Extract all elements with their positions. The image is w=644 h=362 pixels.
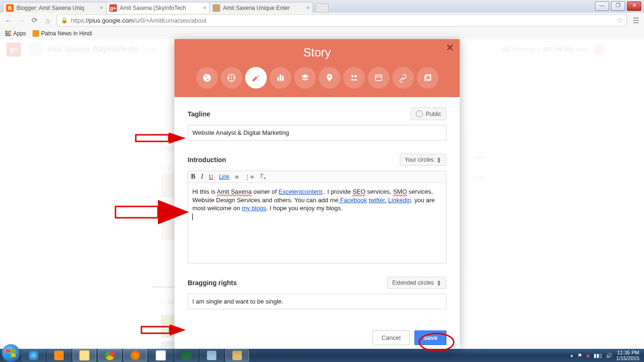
tab-close-icon[interactable]: × — [203, 4, 206, 11]
window-titlebar: B Blogger: Amit Saxena Uniq × g+ Amit Sa… — [0, 0, 644, 13]
category-people-icon[interactable] — [221, 67, 242, 89]
category-relationship-icon[interactable] — [343, 67, 365, 89]
bookmark-star-icon[interactable]: ☆ — [617, 16, 623, 25]
taskbar-firefox[interactable] — [124, 349, 147, 362]
introduction-visibility-button[interactable]: Your circles ▲▼ — [400, 154, 447, 166]
svg-point-3 — [233, 77, 234, 79]
link-excelentcontent[interactable]: Excelentcontent — [279, 188, 322, 195]
bragging-label: Bragging rights — [188, 279, 237, 287]
category-contact-icon[interactable] — [368, 67, 389, 89]
apps-label: Apps — [13, 30, 26, 37]
introduction-section: Introduction Your circles ▲▼ B I U Link … — [188, 154, 446, 263]
modal-footer: Cancel Save — [174, 327, 460, 349]
back-icon[interactable]: ← — [4, 16, 12, 25]
tab-blogger[interactable]: B Blogger: Amit Saxena Uniq × — [3, 2, 107, 13]
globe-icon — [416, 110, 423, 117]
chevron-updown-icon: ▲▼ — [437, 156, 441, 163]
category-links-icon[interactable] — [392, 67, 414, 89]
flag-icon[interactable]: ⚑ — [578, 353, 582, 359]
link-twitter[interactable]: twitter. — [369, 197, 387, 204]
taskbar-explorer[interactable] — [73, 349, 96, 362]
taskbar-notepad[interactable] — [200, 349, 223, 362]
category-story-icon[interactable] — [245, 67, 267, 89]
bookmark-patna-news[interactable]: Patna News in Hindi — [33, 30, 92, 37]
category-places-icon[interactable] — [319, 67, 340, 89]
start-button[interactable] — [2, 344, 20, 362]
save-button[interactable]: Save — [414, 330, 446, 345]
lock-icon: 🔒 — [61, 17, 68, 24]
underline-button[interactable]: U — [209, 173, 213, 181]
numbered-list-icon[interactable]: ≡ — [235, 173, 239, 181]
favicon-gplus: g+ — [109, 4, 117, 12]
cancel-button[interactable]: Cancel — [372, 330, 409, 345]
taskbar-clock[interactable]: 11:35 PM 1/15/2015 — [616, 350, 639, 361]
windows-taskbar: ▲ ⚑ ◈ ▮▮▯ 🔊 11:35 PM 1/15/2015 — [0, 349, 644, 362]
favicon-image — [213, 4, 220, 12]
clear-format-icon[interactable]: T× — [260, 173, 266, 181]
link-myblogs[interactable]: my blogs — [242, 205, 266, 212]
close-button[interactable]: ✕ — [627, 1, 641, 11]
minimize-button[interactable]: — — [595, 1, 609, 11]
category-basic-icon[interactable] — [196, 67, 218, 89]
new-tab-button[interactable] — [315, 3, 329, 13]
time-text: 11:35 PM — [616, 350, 639, 355]
italic-button[interactable]: I — [201, 173, 203, 181]
system-tray: ▲ ⚑ ◈ ▮▮▯ 🔊 11:35 PM 1/15/2015 — [570, 350, 642, 361]
link-linkedin[interactable]: Linkedin — [388, 197, 411, 204]
taskbar-media[interactable] — [47, 349, 71, 362]
chrome-menu-icon[interactable]: ☰ — [632, 16, 640, 25]
taskbar-ie[interactable] — [22, 349, 45, 362]
taskbar-paint[interactable] — [225, 349, 249, 362]
category-photos-icon[interactable] — [417, 67, 438, 89]
address-bar[interactable]: 🔒 https ://plus.google.com /u/0/+AmitKum… — [57, 14, 627, 26]
link-facebook[interactable]: Facebook — [339, 197, 367, 204]
svg-point-2 — [228, 77, 230, 79]
svg-point-5 — [231, 80, 232, 81]
introduction-textarea[interactable]: Hi this is Amit Saxena owner of Excelent… — [188, 183, 446, 263]
taskbar-chrome[interactable] — [98, 349, 122, 362]
tab-site[interactable]: Amit Saxena Unique Enter × — [209, 2, 313, 13]
bragging-input[interactable] — [188, 294, 446, 309]
category-work-icon[interactable] — [270, 67, 291, 89]
browser-tabs: B Blogger: Amit Saxena Uniq × g+ Amit Sa… — [3, 2, 329, 13]
url-path: /u/0/+AmitKumarseo/about — [134, 17, 206, 24]
bookmark-bar: Apps Patna News in Hindi — [0, 28, 644, 40]
story-modal: ✕ Story Tagline Public — [174, 39, 460, 349]
tagline-visibility-button[interactable]: Public — [411, 107, 446, 120]
forward-icon: → — [17, 16, 25, 25]
modal-header: ✕ Story — [174, 39, 460, 97]
tab-title: Blogger: Amit Saxena Uniq — [17, 5, 84, 11]
category-education-icon[interactable] — [294, 67, 316, 89]
bold-button[interactable]: B — [191, 173, 195, 181]
tray-expand-icon[interactable]: ▲ — [570, 353, 574, 358]
introduction-label: Introduction — [188, 156, 226, 164]
taskbar-excel[interactable] — [174, 349, 198, 362]
visibility-text: Public — [426, 111, 441, 117]
modal-close-icon[interactable]: ✕ — [446, 42, 454, 53]
apps-shortcut[interactable]: Apps — [5, 30, 26, 37]
security-icon[interactable]: ◈ — [586, 353, 590, 359]
bragging-visibility-button[interactable]: Extended circles ▲▼ — [387, 277, 446, 289]
url-scheme: https — [71, 17, 84, 24]
reload-icon[interactable]: ⟳ — [30, 16, 39, 25]
network-icon[interactable]: ▮▮▯ — [594, 353, 602, 359]
tab-close-icon[interactable]: × — [306, 4, 310, 11]
introduction-editor: B I U Link ≡ ⋮≡ T× Hi this is Amit Saxen… — [188, 171, 446, 263]
tab-gplus[interactable]: g+ Amit Saxena (SkyInfoTech × — [106, 2, 210, 13]
visibility-text: Your circles — [405, 156, 434, 163]
tab-close-icon[interactable]: × — [99, 4, 103, 11]
maximize-button[interactable]: ❐ — [611, 1, 625, 11]
bookmark-label: Patna News in Hindi — [41, 30, 92, 37]
link-button[interactable]: Link — [219, 173, 229, 180]
editor-toolbar: B I U Link ≡ ⋮≡ T× — [188, 171, 446, 183]
favicon-blogger: B — [6, 4, 14, 12]
bulleted-list-icon[interactable]: ⋮≡ — [244, 173, 254, 181]
svg-point-4 — [231, 75, 232, 76]
tagline-input[interactable] — [188, 125, 446, 140]
home-icon[interactable]: ⌂ — [43, 16, 52, 25]
volume-icon[interactable]: 🔊 — [606, 353, 612, 359]
news-favicon — [33, 30, 39, 37]
chevron-updown-icon: ▲▼ — [437, 280, 441, 286]
svg-point-1 — [231, 77, 232, 78]
taskbar-gtalk[interactable] — [149, 349, 173, 362]
